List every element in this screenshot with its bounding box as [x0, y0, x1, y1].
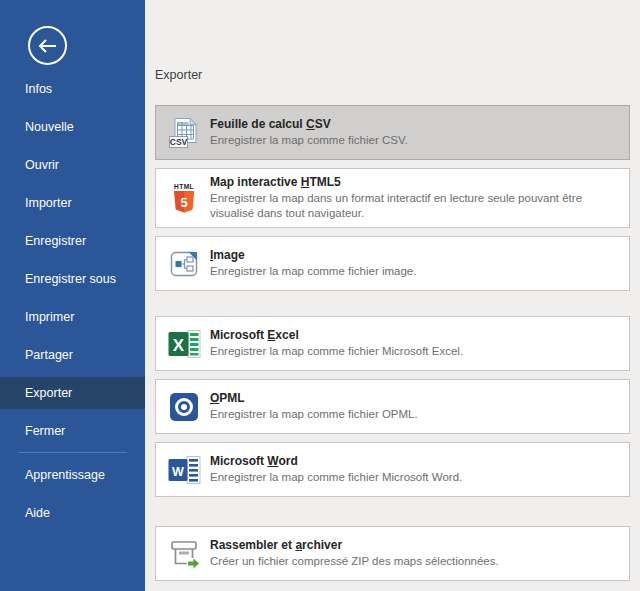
export-option-title: Image	[210, 248, 619, 262]
opml-target-icon	[167, 392, 201, 422]
export-option-title: OPML	[210, 391, 619, 405]
export-option-text: OPML Enregistrer la map comme fichier OP…	[210, 391, 619, 422]
svg-text:HTML: HTML	[174, 183, 194, 190]
export-option-description: Créer un fichier compressé ZIP des maps …	[210, 554, 619, 569]
sidebar-item-fermer[interactable]: Fermer	[0, 412, 145, 450]
word-icon: W	[167, 454, 201, 486]
sidebar-item-exporter[interactable]: Exporter	[0, 377, 145, 409]
export-panel: Exporter CSV Feuille de calcul CSV	[145, 0, 640, 591]
svg-text:CSV: CSV	[169, 137, 187, 147]
export-option-html5[interactable]: HTML 5 Map interactive HTML5 Enregistrer…	[155, 168, 630, 228]
export-option-title: Map interactive HTML5	[210, 175, 619, 189]
group-gap	[155, 505, 630, 526]
export-option-description: Enregistrer la map comme fichier Microso…	[210, 344, 619, 359]
export-option-description: Enregistrer la map comme fichier Microso…	[210, 470, 619, 485]
export-option-archive[interactable]: Rassembler et archiver Créer un fichier …	[155, 526, 630, 581]
html5-icon: HTML 5	[167, 182, 201, 214]
sidebar-item-aide[interactable]: Aide	[0, 494, 145, 532]
sidebar-menu: Infos Nouvelle Ouvrir Importer Enregistr…	[0, 70, 145, 532]
export-option-title: Microsoft Excel	[210, 328, 619, 342]
export-option-csv[interactable]: CSV Feuille de calcul CSV Enregistrer la…	[155, 105, 630, 160]
export-option-excel[interactable]: X Microsoft Excel Enregistrer la map com…	[155, 316, 630, 371]
archive-box-icon	[167, 538, 201, 570]
sidebar-item-apprentissage[interactable]: Apprentissage	[0, 456, 145, 494]
export-option-description: Enregistrer la map dans un format intera…	[210, 191, 619, 221]
export-option-title: Rassembler et archiver	[210, 538, 619, 552]
sidebar-item-ouvrir[interactable]: Ouvrir	[0, 146, 145, 184]
export-option-text: Feuille de calcul CSV Enregistrer la map…	[210, 117, 619, 148]
export-option-title: Microsoft Word	[210, 454, 619, 468]
export-option-image[interactable]: Image Enregistrer la map comme fichier i…	[155, 236, 630, 291]
page-title: Exporter	[155, 68, 202, 82]
csv-spreadsheet-icon: CSV	[167, 117, 201, 149]
image-export-icon	[167, 248, 201, 280]
back-button[interactable]	[28, 26, 67, 65]
svg-text:X: X	[172, 336, 184, 355]
svg-text:W: W	[172, 464, 184, 478]
sidebar-item-nouvelle[interactable]: Nouvelle	[0, 108, 145, 146]
sidebar-item-enregistrer-sous[interactable]: Enregistrer sous	[0, 260, 145, 298]
back-arrow-icon	[38, 39, 58, 53]
sidebar-item-infos[interactable]: Infos	[0, 70, 145, 108]
export-option-text: Map interactive HTML5 Enregistrer la map…	[210, 175, 619, 221]
export-option-description: Enregistrer la map comme fichier OPML.	[210, 407, 619, 422]
sidebar-item-partager[interactable]: Partager	[0, 336, 145, 374]
export-option-description: Enregistrer la map comme fichier CSV.	[210, 133, 619, 148]
export-options-list: CSV Feuille de calcul CSV Enregistrer la…	[155, 105, 630, 589]
export-option-description: Enregistrer la map comme fichier image.	[210, 264, 619, 279]
export-option-text: Microsoft Excel Enregistrer la map comme…	[210, 328, 619, 359]
export-option-title: Feuille de calcul CSV	[210, 117, 619, 131]
export-option-text: Microsoft Word Enregistrer la map comme …	[210, 454, 619, 485]
backstage-view: Infos Nouvelle Ouvrir Importer Enregistr…	[0, 0, 640, 591]
group-gap	[155, 299, 630, 316]
excel-icon: X	[167, 328, 201, 360]
sidebar-item-enregistrer[interactable]: Enregistrer	[0, 222, 145, 260]
sidebar-item-importer[interactable]: Importer	[0, 184, 145, 222]
sidebar-item-imprimer[interactable]: Imprimer	[0, 298, 145, 336]
sidebar-separator	[18, 452, 127, 453]
export-option-text: Rassembler et archiver Créer un fichier …	[210, 538, 619, 569]
export-option-text: Image Enregistrer la map comme fichier i…	[210, 248, 619, 279]
backstage-sidebar: Infos Nouvelle Ouvrir Importer Enregistr…	[0, 0, 145, 591]
svg-text:5: 5	[181, 195, 188, 210]
export-option-opml[interactable]: OPML Enregistrer la map comme fichier OP…	[155, 379, 630, 434]
export-option-word[interactable]: W Microsoft Word Enregistrer la map comm…	[155, 442, 630, 497]
